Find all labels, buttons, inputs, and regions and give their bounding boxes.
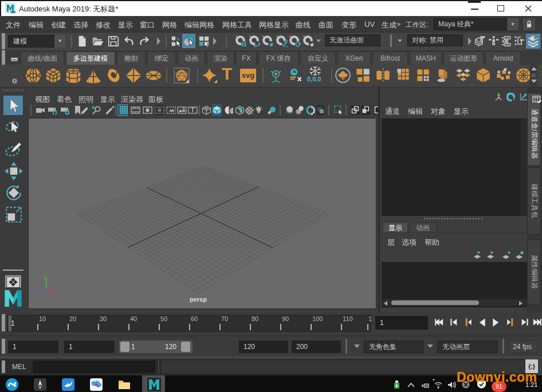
- svg-text:T: T: [191, 107, 194, 113]
- svg-text:z: z: [36, 291, 39, 296]
- svg-text:y: y: [44, 275, 47, 280]
- svg-text:x: x: [54, 291, 57, 296]
- svg-text:*: *: [433, 379, 435, 383]
